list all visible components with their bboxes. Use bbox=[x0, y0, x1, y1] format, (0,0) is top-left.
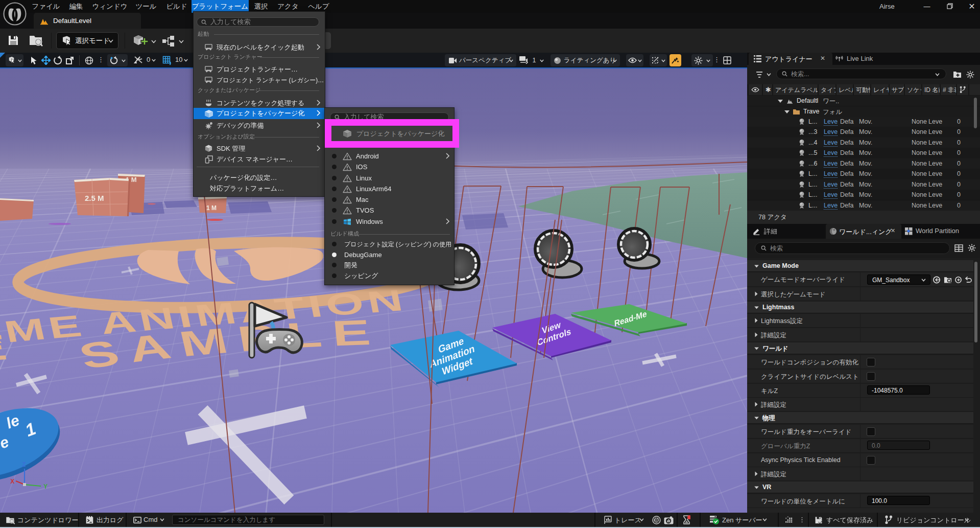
svg-text:Z: Z bbox=[22, 461, 26, 468]
svg-text:2.5 M: 2.5 M bbox=[85, 194, 104, 202]
svg-text:1 M: 1 M bbox=[206, 204, 217, 212]
svg-text:Y: Y bbox=[43, 483, 47, 490]
svg-text:X: X bbox=[10, 478, 14, 485]
